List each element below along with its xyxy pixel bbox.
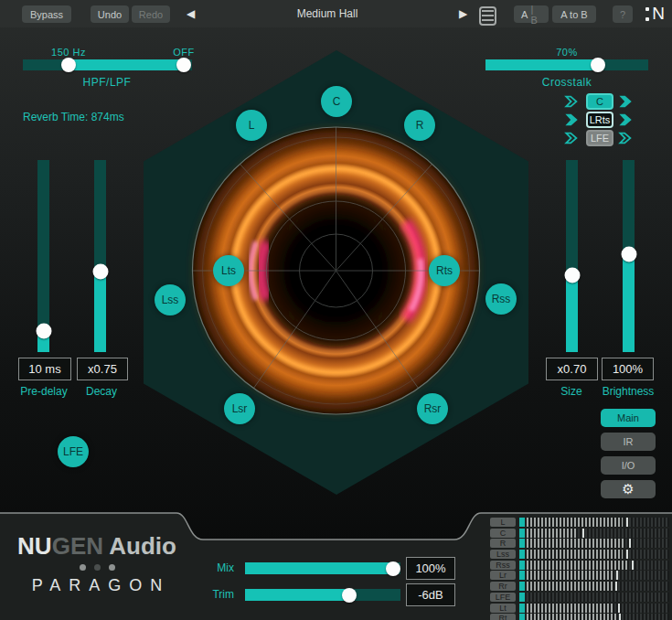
meter-peak-marker	[626, 550, 628, 559]
meter-channel-button[interactable]: Rss	[490, 561, 516, 570]
meter-row: Lss	[490, 550, 669, 559]
meter-peak-marker	[582, 529, 584, 538]
output-meters: L C R Lss Rss	[490, 518, 669, 620]
trim-handle[interactable]	[342, 588, 357, 603]
meter-input-block	[519, 550, 525, 559]
meter-input-block	[519, 604, 525, 613]
meter-input-block	[519, 561, 525, 570]
meter-peak-marker	[616, 571, 618, 580]
trim-value[interactable]: -6dB	[406, 583, 455, 606]
trim-label: Trim	[203, 588, 234, 601]
trim-slider[interactable]	[245, 589, 400, 601]
meter-input-block	[519, 518, 525, 527]
meter-peak-marker	[615, 582, 617, 591]
logo-gen: GEN	[52, 532, 103, 560]
paragon-plugin-window: Bypass Undo Redo ◀ Medium Hall ▶ A | B A…	[0, 0, 672, 620]
meter-input-block	[519, 529, 525, 538]
mix-fill	[245, 562, 393, 574]
meter-track	[527, 571, 669, 580]
mix-label: Mix	[203, 561, 234, 574]
meter-track	[527, 593, 669, 602]
meter-channel-button[interactable]: Lr	[490, 571, 516, 580]
meter-row: Rt	[490, 614, 669, 620]
meter-track	[527, 539, 669, 548]
meter-fill	[527, 571, 613, 580]
logo-dots-icon	[0, 564, 194, 571]
meter-fill	[527, 614, 616, 620]
meter-peak-marker	[626, 518, 628, 527]
logo-nu: NU	[17, 532, 52, 560]
meter-input-block	[519, 614, 525, 620]
meter-channel-button[interactable]: Lss	[490, 550, 516, 559]
product-name: PARAGON	[0, 576, 194, 595]
mix-slider[interactable]	[245, 562, 400, 574]
meter-fill	[527, 582, 613, 591]
meter-fill	[527, 539, 624, 548]
footer-brand: NUGEN Audio PARAGON	[0, 532, 194, 595]
meter-row: Lt	[490, 604, 669, 613]
meter-row: Rr	[490, 582, 669, 591]
meter-row: LFE	[490, 593, 669, 602]
meter-channel-button[interactable]: L	[490, 518, 516, 527]
meter-fill	[527, 529, 578, 538]
meter-peak-marker	[632, 561, 634, 570]
meter-input-block	[519, 582, 525, 591]
trim-fill	[245, 589, 349, 601]
meter-track	[527, 550, 669, 559]
mix-handle[interactable]	[386, 561, 400, 576]
meter-fill	[527, 561, 629, 570]
meter-channel-button[interactable]: Lt	[490, 604, 516, 613]
meter-channel-button[interactable]: Rr	[490, 582, 516, 591]
meter-input-block	[519, 539, 525, 548]
meter-track	[527, 561, 669, 570]
nugen-audio-logo: NUGEN Audio	[0, 532, 194, 561]
meter-channel-button[interactable]: C	[490, 529, 516, 538]
meter-track	[527, 518, 669, 527]
meter-track	[527, 604, 669, 613]
mix-value[interactable]: 100%	[406, 557, 455, 580]
meter-track	[527, 614, 669, 620]
meter-row: C	[490, 529, 669, 538]
meter-input-block	[519, 571, 525, 580]
meter-fill	[527, 550, 623, 559]
logo-audio: Audio	[103, 532, 176, 560]
meter-channel-button[interactable]: Rt	[490, 614, 516, 620]
meter-track	[527, 582, 669, 591]
meter-peak-marker	[629, 539, 631, 548]
meter-row: Lr	[490, 571, 669, 580]
meter-row: Rss	[490, 561, 669, 570]
meter-channel-button[interactable]: R	[490, 539, 516, 548]
meter-row: L	[490, 518, 669, 527]
meter-row: R	[490, 539, 669, 548]
meter-fill	[527, 518, 623, 527]
meter-peak-marker	[618, 604, 620, 613]
meter-fill	[527, 604, 613, 613]
meter-peak-marker	[619, 614, 621, 620]
meter-input-block	[519, 593, 525, 602]
meter-channel-button[interactable]: LFE	[490, 593, 516, 602]
meter-track	[527, 529, 669, 538]
